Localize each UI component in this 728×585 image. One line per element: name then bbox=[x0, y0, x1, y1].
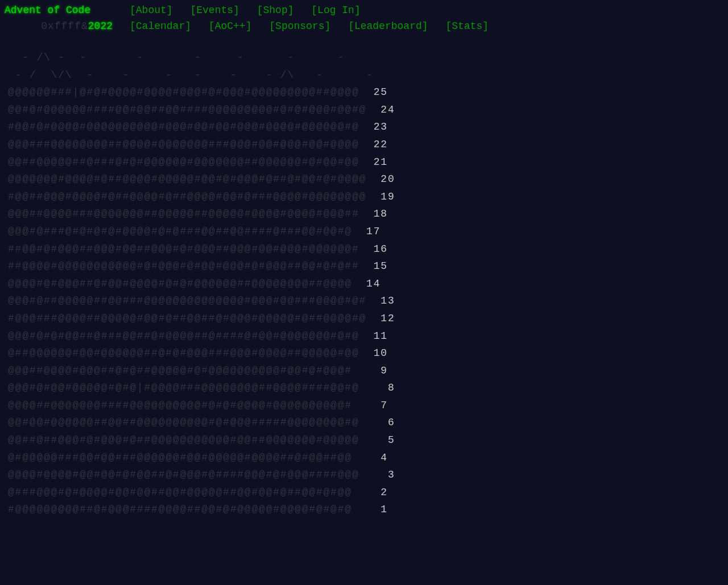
calendar-day-15[interactable]: ##@@@@#@@@@@@@@@@@#@#@@@#@#@@#@@@#@#@@@#… bbox=[8, 258, 728, 275]
calendar-day-art: @@@@#@@@@#@@#@@#@#@@##@#@@@#@####@@@#@#@… bbox=[8, 469, 380, 480]
calendar-day-number: 7 bbox=[374, 400, 388, 411]
nav-sponsors[interactable]: [Sponsors] bbox=[269, 20, 330, 32]
calendar-day-number: 6 bbox=[380, 417, 395, 428]
calendar-day-number: 24 bbox=[380, 104, 395, 115]
calendar-day-art: #@@@###@@@@##@@@@@#@@#@##@@##@#@@@#@@@@@… bbox=[8, 313, 380, 324]
calendar-day-number: 1 bbox=[374, 504, 388, 515]
calendar-day-number: 11 bbox=[374, 330, 388, 342]
calendar-day-4[interactable]: @#@@@@@###@@#@@###@@@@@@#@@#@@@@@#@@@@##… bbox=[8, 449, 728, 467]
nav-leaderboard[interactable]: [Leaderboard] bbox=[348, 20, 428, 32]
calendar-day-number: 8 bbox=[380, 382, 395, 393]
calendar-day-art: #@@#@#@@@@#@@@@@@@@@@#@@@#@@#@@#@@@#@@@@… bbox=[8, 121, 374, 132]
calendar-day-number: 16 bbox=[374, 243, 388, 255]
calendar-day-art: @@@###@@@@@@@@##@@@@#@@@@@@@###@@@#@@#@@… bbox=[8, 139, 374, 150]
calendar-day-art: @@##@##@@@#@#@@@#@##@@@@@@@@@@@#@@##@@@@… bbox=[8, 434, 380, 446]
site-title[interactable]: Advent of Code bbox=[5, 5, 130, 16]
calendar-day-number: 12 bbox=[380, 313, 395, 324]
calendar-day-art: @@##@@@@@##@###@#@#@@@@@@#@@@@@@@##@@@@@… bbox=[8, 156, 374, 168]
calendar-grid: - /\ - - - - - - - - / \/\ - - - - - - /… bbox=[5, 49, 728, 518]
calendar-day-art: ##@@#@#@@@##@@@#@@##@@@#@#@@@##@@@#@@#@@… bbox=[8, 243, 374, 255]
nav-events[interactable]: [Events] bbox=[190, 5, 239, 16]
calendar-day-number: 15 bbox=[374, 260, 388, 272]
nav-aocplus[interactable]: [AoC++] bbox=[209, 20, 252, 32]
calendar-day-art: @@@##@@@@#@@@##@#@##@@@@@#@#@@@@@@@@@@#@… bbox=[8, 365, 374, 376]
nav-about[interactable]: [About] bbox=[130, 5, 173, 16]
calendar-header-row: - /\ - - - - - - - bbox=[8, 49, 728, 67]
calendar-day-1[interactable]: #@@@@@@@@@##@#@@@####@@@@##@@#@#@@@@@#@@… bbox=[8, 501, 728, 518]
calendar-day-14[interactable]: @@@@#@#@@@##@#@@#@@@@#@#@#@@@@@@##@@@@@@… bbox=[8, 275, 728, 293]
calendar-day-number: 13 bbox=[380, 295, 395, 306]
calendar-day-art: @##@@@@@@#@@#@@@@@@##@#@#@@@###@@@#@@@@#… bbox=[8, 347, 374, 359]
calendar-day-number: 18 bbox=[374, 208, 388, 219]
calendar-day-art: @@@#@##@@@@@##@@###@@@@@@@@@@@@@@#@@@#@@… bbox=[8, 295, 380, 306]
calendar-day-art: @@@@##@@@@@@@####@@@@@@@@@@#@#@#@@@@#@@@… bbox=[8, 400, 374, 411]
calendar-day-6[interactable]: @@#@@#@@@@@@##@@##@@@@@@@@@@#@#@@@#####@… bbox=[8, 414, 728, 432]
calendar-day-25[interactable]: @@@@@@###|@#@#@@@@#@@@@#@@@#@#@@@#@@@@@@… bbox=[8, 84, 728, 101]
calendar-day-art: ##@@@@#@@@@@@@@@@@#@#@@@#@#@@#@@@#@#@@@#… bbox=[8, 260, 374, 272]
calendar-day-art: @@@@#@#@@@##@#@@#@@@@#@#@#@@@@@@##@@@@@@… bbox=[8, 278, 366, 289]
calendar-day-24[interactable]: @@#@#@@@@@@####@@#@@##@@####@@@@@@@@@#@#… bbox=[8, 101, 728, 119]
calendar-day-19[interactable]: #@@##@@@#@@@@#@##@@@@#@##@@@@#@@#@###@@@… bbox=[8, 188, 728, 206]
calendar-day-9[interactable]: @@@##@@@@#@@@##@#@##@@@@@#@#@@@@@@@@@@#@… bbox=[8, 362, 728, 380]
calendar-day-22[interactable]: @@@###@@@@@@@@##@@@@#@@@@@@@###@@@#@@#@@… bbox=[8, 136, 728, 153]
calendar-day-12[interactable]: #@@@###@@@@##@@@@@#@@#@##@@##@#@@@#@@@@@… bbox=[8, 310, 728, 327]
calendar-day-art: @@@#@#@@#@@@@@#@#@|#@@@@###@@@@@@@@##@@@… bbox=[8, 382, 380, 393]
calendar-day-18[interactable]: @@@##@@@@###@@@@@@@##@@@@@##@@@@@#@@@@#@… bbox=[8, 205, 728, 223]
calendar-day-number: 4 bbox=[374, 452, 388, 463]
nav-shop[interactable]: [Shop] bbox=[257, 5, 294, 16]
calendar-day-17[interactable]: @@@#@###@#@#@#@#@@@@#@#@###@@##@@####@##… bbox=[8, 223, 728, 240]
calendar-day-art: @@#@@#@@@@@@##@@##@@@@@@@@@@#@#@@@#####@… bbox=[8, 417, 380, 428]
calendar-day-art: @@@#@#@#@@##@###@@##@#@@@@##@####@#@@#@@… bbox=[8, 330, 374, 342]
calendar-day-10[interactable]: @##@@@@@@#@@#@@@@@@##@#@#@@@###@@@#@@@@#… bbox=[8, 345, 728, 362]
calendar-day-5[interactable]: @@##@##@@@#@#@@@#@##@@@@@@@@@@@#@@##@@@@… bbox=[8, 432, 728, 449]
nav-login[interactable]: [Log In] bbox=[311, 5, 360, 16]
calendar-day-13[interactable]: @@@#@##@@@@@##@@###@@@@@@@@@@@@@@#@@@#@@… bbox=[8, 292, 728, 310]
calendar-day-number: 9 bbox=[374, 365, 388, 376]
calendar-day-21[interactable]: @@##@@@@@##@###@#@#@@@@@@#@@@@@@@##@@@@@… bbox=[8, 153, 728, 171]
calendar-day-16[interactable]: ##@@#@#@@@##@@@#@@##@@@#@#@@@##@@@#@@#@@… bbox=[8, 240, 728, 258]
calendar-day-number: 19 bbox=[380, 191, 395, 202]
calendar-day-number: 25 bbox=[374, 86, 388, 98]
calendar-day-art: @@@#@###@#@#@#@#@@@@#@#@###@@##@@####@##… bbox=[8, 226, 366, 237]
calendar-header-row: - / \/\ - - - - - - /\ - - bbox=[8, 67, 728, 84]
calendar-day-art: @###@@@#@#@@@@#@@#@@##@@#@@@@@##@@#@@#@#… bbox=[8, 487, 374, 498]
calendar-day-7[interactable]: @@@@##@@@@@@@####@@@@@@@@@@#@#@#@@@@#@@@… bbox=[8, 397, 728, 414]
calendar-day-3[interactable]: @@@@#@@@@#@@#@@#@#@@##@#@@@#@####@@@#@#@… bbox=[8, 466, 728, 484]
calendar-day-number: 17 bbox=[366, 226, 380, 237]
calendar-day-number: 2 bbox=[374, 487, 388, 498]
calendar-day-art: @@@@@@###|@#@#@@@@#@@@@#@@@#@#@@@#@@@@@@… bbox=[8, 86, 374, 98]
nav-secondary: [Calendar] [AoC++] [Sponsors] [Leaderboa… bbox=[130, 20, 500, 32]
calendar-day-20[interactable]: @@@@@@@#@@@@#@##@@@@#@@@@@#@@#@#@@@#@##@… bbox=[8, 171, 728, 188]
calendar-day-art: #@@@@@@@@@##@#@@@####@@@@##@@#@#@@@@@#@@… bbox=[8, 504, 374, 515]
calendar-day-art: @@#@#@@@@@@####@@#@@##@@####@@@@@@@@@#@#… bbox=[8, 104, 380, 115]
calendar-day-art: @@@##@@@@###@@@@@@@##@@@@@##@@@@@#@@@@#@… bbox=[8, 208, 374, 219]
calendar-day-art: #@@##@@@#@@@@#@##@@@@#@##@@@@#@@#@###@@@… bbox=[8, 191, 380, 202]
calendar-day-2[interactable]: @###@@@#@#@@@@#@@#@@##@@#@@@@@##@@#@@#@#… bbox=[8, 484, 728, 501]
calendar-day-number: 23 bbox=[374, 121, 388, 132]
nav-stats[interactable]: [Stats] bbox=[445, 20, 489, 32]
nav-primary: [About] [Events] [Shop] [Log In] bbox=[130, 5, 372, 16]
calendar-day-art: @@@@@@@#@@@@#@##@@@@#@@@@@#@@#@#@@@#@##@… bbox=[8, 173, 380, 185]
calendar-day-number: 5 bbox=[380, 434, 395, 446]
calendar-day-number: 14 bbox=[366, 278, 380, 289]
calendar-day-number: 3 bbox=[380, 469, 395, 480]
calendar-day-number: 20 bbox=[380, 173, 395, 185]
calendar-day-number: 22 bbox=[374, 139, 388, 150]
year-link[interactable]: 2022 bbox=[88, 20, 113, 32]
calendar-day-23[interactable]: #@@#@#@@@@#@@@@@@@@@@#@@@#@@#@@#@@@#@@@@… bbox=[8, 118, 728, 136]
calendar-day-number: 10 bbox=[374, 347, 388, 359]
calendar-day-11[interactable]: @@@#@#@#@@##@###@@##@#@@@@##@####@#@@#@@… bbox=[8, 327, 728, 345]
nav-calendar[interactable]: [Calendar] bbox=[130, 20, 191, 32]
calendar-day-number: 21 bbox=[374, 156, 388, 168]
calendar-day-art: @#@@@@@###@@#@@###@@@@@@#@@#@@@@@#@@@@##… bbox=[8, 452, 374, 463]
calendar-day-8[interactable]: @@@#@#@@#@@@@@#@#@|#@@@@###@@@@@@@@##@@@… bbox=[8, 379, 728, 397]
title-prefix: 0xffff& bbox=[41, 20, 88, 32]
